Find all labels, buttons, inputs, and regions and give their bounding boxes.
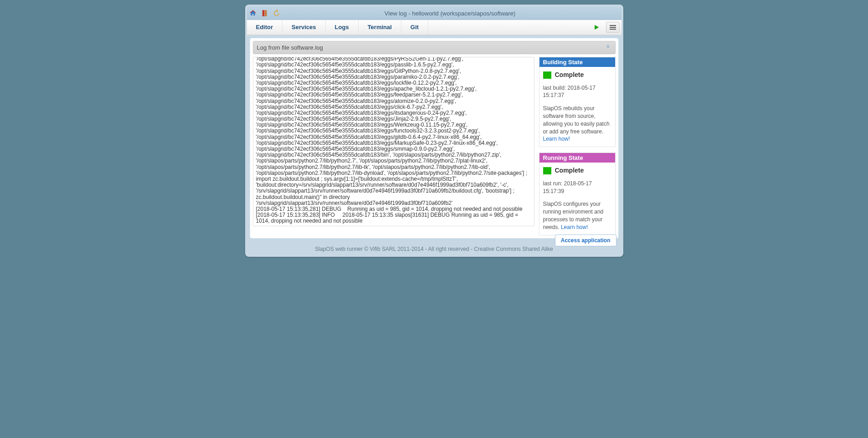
page-title: View log - helloworld (workspace/slapos/… — [281, 10, 620, 17]
log-header: Log from file software.log — [253, 41, 616, 54]
main-split: Building State Complete last build: 2018… — [253, 57, 616, 235]
running-desc: SlapOS configures your running environme… — [543, 200, 611, 231]
refresh-icon[interactable] — [272, 9, 281, 17]
running-meta: last run: 2018-05-17 15:17:39 — [543, 180, 611, 195]
building-status: Complete — [555, 71, 584, 80]
building-desc: SlapOS rebuilds your software from sourc… — [543, 105, 611, 143]
building-meta: last build: 2018-05-17 15:17:37 — [543, 84, 611, 100]
tab-logs[interactable]: Logs — [326, 20, 359, 35]
header-icons — [249, 9, 281, 17]
running-status-row: Complete — [543, 166, 611, 175]
tab-git[interactable]: Git — [401, 20, 428, 35]
tab-services[interactable]: Services — [282, 20, 326, 35]
status-complete-icon — [543, 167, 551, 174]
building-status-row: Complete — [543, 71, 611, 80]
nav-right — [590, 20, 621, 35]
book-icon[interactable] — [261, 9, 269, 17]
running-learn-link[interactable]: Learn how! — [561, 224, 588, 230]
log-text[interactable] — [253, 57, 534, 226]
app-shell: View log - helloworld (workspace/slapos/… — [245, 5, 623, 257]
access-application-button[interactable]: Access application — [555, 234, 616, 246]
building-header: Building State — [539, 57, 615, 67]
svg-rect-1 — [265, 10, 267, 16]
tab-editor[interactable]: Editor — [247, 20, 283, 35]
download-icon[interactable] — [605, 44, 611, 51]
home-icon[interactable] — [249, 9, 257, 17]
running-panel: Running State Complete last run: 2018-05… — [539, 153, 616, 235]
status-complete-icon — [543, 71, 551, 79]
running-header: Running State — [539, 153, 615, 163]
header-bar: View log - helloworld (workspace/slapos/… — [247, 6, 621, 20]
building-desc-text: SlapOS rebuilds your software from sourc… — [543, 105, 610, 134]
svg-rect-0 — [262, 10, 264, 16]
running-status: Complete — [555, 166, 584, 175]
side-panels: Building State Complete last build: 2018… — [539, 57, 616, 235]
nav-tabs: Editor Services Logs Terminal Git — [247, 20, 621, 35]
run-button[interactable] — [590, 22, 603, 33]
menu-button[interactable] — [606, 22, 620, 33]
content-card: Log from file software.log Building Stat… — [250, 38, 619, 239]
log-area — [253, 57, 534, 226]
log-header-label: Log from file software.log — [257, 44, 323, 51]
building-panel: Building State Complete last build: 2018… — [539, 57, 616, 147]
building-learn-link[interactable]: Learn how! — [543, 136, 570, 142]
tab-terminal[interactable]: Terminal — [359, 20, 401, 35]
